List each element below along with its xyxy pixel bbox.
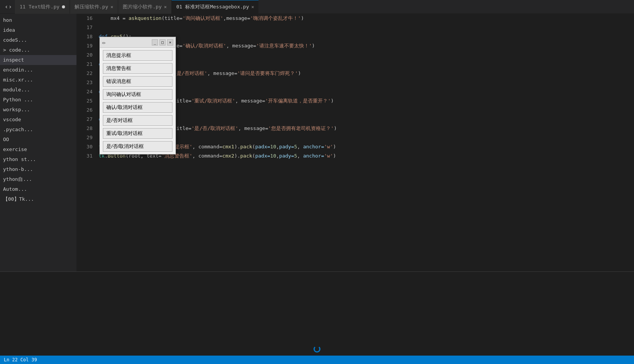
pencil-icon: ✏ [102,39,106,46]
tab-label: 图片缩小软件.py [123,3,161,10]
status-bar: Ln 22 Col 39 [0,356,634,364]
nav-arrows[interactable]: ‹› [2,3,15,10]
code-line-18: def cmx5(): [99,32,634,41]
code-line-25: mx7 = askretrycancel(title='重试/取消对话框', m… [99,96,634,106]
tab-text-zujian[interactable]: 11 Text组件.py [15,0,70,14]
sidebar-item-pycach[interactable]: .pycach... [0,125,76,135]
sidebar-item-idea[interactable]: idea [0,25,76,35]
sidebar-item-inspect[interactable]: inspect [0,55,76,65]
sidebar-item-hon[interactable]: hon [0,15,76,25]
popup-btn-retry[interactable]: 重试/取消对话框 [103,128,172,139]
sidebar-item-miscxm[interactable]: misc.xr... [0,75,76,85]
tab-label: 01 标准对话框Messagebox.py [176,3,249,10]
popup-btn-ok-cancel[interactable]: 确认/取消对话框 [103,102,172,113]
code-line-17 [99,23,634,32]
popup-btn-yes-no-cancel[interactable]: 是/否/取消对话框 [103,141,172,152]
tab-bar: ‹› 11 Text组件.py 解压缩软件.py ✕ 图片缩小软件.py ✕ 0… [0,0,634,14]
loading-spinner [314,346,320,353]
close-icon[interactable]: ✕ [164,4,167,10]
sidebar-item-exercise[interactable]: exercise [0,145,76,154]
sidebar-item-ythonst[interactable]: ython st... [0,154,76,164]
tab-messagebox[interactable]: 01 标准对话框Messagebox.py ✕ [172,0,258,14]
tab-label: 解压缩软件.py [75,3,108,10]
code-line-19: mx5 = askokcancel(title='确认/取消对话框', mess… [99,41,634,50]
sidebar-item-encoding[interactable]: encodin... [0,65,76,75]
close-icon[interactable]: ✕ [111,4,113,10]
code-line-24: def cmx7(): [99,87,634,96]
sidebar-item-module[interactable]: module... [0,85,76,95]
popup-window: ✏ _ □ ✕ 消息提示框 消息警告框 错误消息框 询问确认对话框 确认/取消对… [99,37,176,154]
sidebar-item-python-zh[interactable]: ython自... [0,174,76,184]
code-line-30: tk.Button(root, text='消息提示框', command=cm… [99,142,634,151]
sidebar-item-worksp[interactable]: worksp... [0,105,76,115]
sidebar-item-ythonb[interactable]: ython-b... [0,164,76,174]
sidebar-item-tk[interactable]: 【00】Tk... [0,194,76,204]
popup-btn-confirm[interactable]: 询问确认对话框 [103,89,172,100]
bottom-panel [0,271,634,356]
close-button[interactable]: ✕ [167,39,173,46]
window-controls: _ □ ✕ [152,39,173,46]
tab-dot [62,5,65,8]
code-line-27: def cmx8(): [99,115,634,124]
minimize-button[interactable]: _ [152,39,158,46]
popup-btn-yes-no[interactable]: 是/否对话框 [103,115,172,126]
code-line-26 [99,106,634,115]
status-line: Ln 22 [4,357,18,362]
popup-btn-error[interactable]: 错误消息框 [103,76,172,87]
sidebar-item-oo[interactable]: OO [0,135,76,145]
code-line-16: mx4 = askquestion(title='询问确认对话框',messag… [99,14,634,23]
sidebar-item-autom[interactable]: Autom... [0,184,76,194]
sidebar-item-python[interactable]: Python ... [0,95,76,105]
close-icon[interactable]: ✕ [251,4,254,10]
popup-btn-msg-tip[interactable]: 消息提示框 [103,50,172,61]
code-line-28: mx8 = askyesnocancel(title='是/否/取消对话框', … [99,124,634,133]
sidebar-item-vscode[interactable]: vscode [0,115,76,125]
code-line-31: tk.Button(root, text='消息警告框', command=cm… [99,151,634,161]
tab-jieya[interactable]: 解压缩软件.py ✕ [70,0,119,14]
popup-title-bar: ✏ _ □ ✕ [100,37,176,48]
code-line-29 [99,133,634,142]
tab-label: 11 Text组件.py [20,3,59,10]
tab-tupian[interactable]: 图片缩小软件.py ✕ [118,0,172,14]
sidebar-item-codes[interactable]: codeS... [0,35,76,45]
maximize-button[interactable]: □ [159,39,166,46]
code-line-23 [99,78,634,87]
code-line-20 [99,50,634,60]
popup-btn-msg-warn[interactable]: 消息警告框 [103,63,172,74]
code-line-22: mx6 = askyesno(title='是/否对话框', message='… [99,69,634,78]
code-line-21: def cmx6(): [99,60,634,69]
sidebar-item-code[interactable]: > code... [0,45,76,55]
status-col: Col 39 [20,357,37,362]
